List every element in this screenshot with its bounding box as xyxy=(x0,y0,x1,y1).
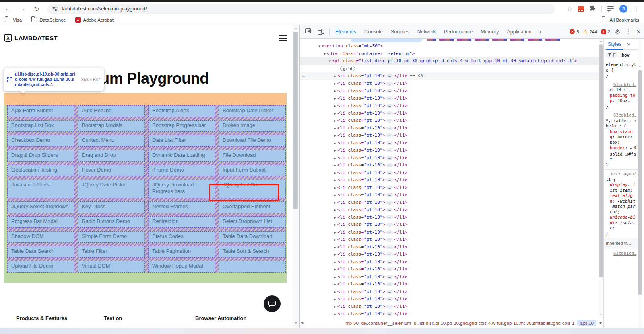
tree-node-li[interactable]: ▶<li class="pt-10">…</li> xyxy=(300,244,599,251)
playground-link[interactable]: Virtual DOM xyxy=(78,261,145,273)
playground-link[interactable]: Radio Buttons Demo xyxy=(78,216,145,228)
grid-badge[interactable]: grid xyxy=(340,66,355,71)
profile-avatar[interactable]: J xyxy=(619,5,627,13)
expand-arrow-icon[interactable]: ▶ xyxy=(334,156,336,160)
breadcrumb-item[interactable]: ul.list-disc.pl-10.pb-30.grid.grid-cols-… xyxy=(414,321,574,326)
expand-arrow-icon[interactable]: ▶ xyxy=(334,253,336,256)
playground-link[interactable]: Ajax Form Submit xyxy=(7,105,74,117)
tree-node-li[interactable]: ▶<li class="pt-10">…</li> xyxy=(300,110,599,117)
playground-link[interactable]: Progress Bar Modal xyxy=(7,216,74,228)
expand-children-icon[interactable]: … xyxy=(386,290,393,294)
expand-arrow-icon[interactable]: ▶ xyxy=(334,89,336,93)
tab-elements[interactable]: Elements xyxy=(331,26,360,38)
expand-arrow-icon[interactable]: ▶ xyxy=(334,178,336,182)
expand-children-icon[interactable]: … xyxy=(386,104,393,108)
expand-children-icon[interactable]: … xyxy=(386,223,393,227)
chat-widget-button[interactable]: ⋯ xyxy=(264,295,281,312)
expand-children-icon[interactable]: … xyxy=(386,133,393,137)
inspect-element-icon[interactable] xyxy=(305,28,312,35)
scroll-down-icon[interactable]: ▼ xyxy=(293,322,299,324)
scroll-up-icon[interactable]: ▲ xyxy=(599,40,603,42)
expand-arrow-icon[interactable]: ▶ xyxy=(334,208,336,212)
expand-arrow-icon[interactable]: ▶ xyxy=(334,246,336,249)
tree-node-li[interactable]: ▶<li class="pt-10">…</li> xyxy=(300,95,599,102)
bookmark-item[interactable]: Visa xyxy=(5,18,22,23)
scroll-up-icon[interactable]: ▲ xyxy=(293,27,299,30)
expand-arrow-icon[interactable]: ▼ xyxy=(329,59,331,63)
css-property[interactable]: box-sizing: border-box; xyxy=(606,129,636,145)
breadcrumb-item[interactable]: mb-50 xyxy=(345,321,359,326)
expand-arrow-icon[interactable]: ▶ xyxy=(334,141,336,145)
tree-node-li[interactable]: ▶<li class="pt-10">…</li> xyxy=(300,125,599,132)
page-scrollbar[interactable]: ▲ ▼ xyxy=(293,25,299,328)
breadcrumb-scroll-left-icon[interactable]: ◀ xyxy=(301,321,303,324)
playground-link[interactable]: Upload File Demo xyxy=(7,261,74,273)
playground-link[interactable]: Context Menu xyxy=(78,135,145,147)
stylesheet-link[interactable]: 63cdb1cd… xyxy=(606,82,636,88)
tree-node-li[interactable]: ▶<li class="pt-10">…</li> xyxy=(300,281,599,288)
tab-sources[interactable]: Sources xyxy=(387,26,413,38)
tab-network[interactable]: Network xyxy=(413,26,440,38)
playground-link[interactable]: Broken Image xyxy=(219,120,286,132)
url-bar[interactable]: lambdatest.com/selenium-playground/ xyxy=(47,4,555,14)
tree-node-li[interactable]: ▶<li class="pt-10">…</li> xyxy=(300,117,599,125)
media-controls-icon[interactable]: ♪ xyxy=(607,6,614,12)
expand-children-icon[interactable]: … xyxy=(386,171,393,175)
playground-link[interactable]: iFrame Demo xyxy=(148,165,215,176)
scroll-up-icon[interactable]: ▲ xyxy=(638,65,642,68)
expand-arrow-icon[interactable]: ▶ xyxy=(334,149,336,152)
expand-children-icon[interactable]: … xyxy=(386,260,393,264)
tree-node-li[interactable]: ▶<li class="pt-10">…</li> xyxy=(300,266,599,273)
expand-arrow-icon[interactable]: ▶ xyxy=(334,134,336,137)
extensions-puzzle-icon[interactable] xyxy=(590,5,596,12)
playground-link[interactable]: Select Dropdown List xyxy=(219,216,286,228)
expand-arrow-icon[interactable]: ▶ xyxy=(334,260,336,264)
breadcrumb-item[interactable]: li.pt-10 xyxy=(577,320,596,326)
tree-node-section[interactable]: ▼<section class="mb-50"> xyxy=(300,43,599,50)
expand-children-icon[interactable]: … xyxy=(386,96,393,100)
expand-arrow-icon[interactable]: ▶ xyxy=(334,283,336,286)
expand-children-icon[interactable]: … xyxy=(386,163,393,167)
tab-application[interactable]: Application xyxy=(503,26,535,38)
tree-node-div[interactable]: ▼<div class="container__selenium"> xyxy=(300,50,599,58)
row-options-icon[interactable]: … xyxy=(302,72,305,80)
back-icon[interactable]: ← xyxy=(5,5,11,12)
expand-children-icon[interactable]: … xyxy=(386,201,393,205)
expand-arrow-icon[interactable]: ▶ xyxy=(334,290,336,294)
expand-children-icon[interactable]: … xyxy=(386,148,393,152)
tree-node-li[interactable]: ▶<li class="pt-10">…</li> xyxy=(300,258,599,266)
playground-link[interactable]: Data List Filter xyxy=(148,135,215,147)
expand-children-icon[interactable]: … xyxy=(386,312,393,316)
expand-children-icon[interactable]: … xyxy=(386,111,393,115)
tree-node-li[interactable]: ▶<li class="pt-10">…</li> xyxy=(300,191,599,199)
tree-node-ul[interactable]: ▼<ul class="list-disc pl-10 pb-30 grid g… xyxy=(300,57,599,65)
expand-arrow-icon[interactable]: ▶ xyxy=(334,164,336,167)
tree-node-li[interactable]: ▶<li class="pt-10">…</li> xyxy=(300,184,599,192)
tab-performance[interactable]: Performance xyxy=(440,26,477,38)
tree-node-li[interactable]: ▶<li class="pt-10">…</li> xyxy=(300,80,599,88)
playground-link[interactable]: JQuery Select dropdown xyxy=(7,201,74,213)
bookmark-star-icon[interactable]: ☆ xyxy=(567,5,572,12)
expand-children-icon[interactable]: … xyxy=(386,126,393,130)
extension-icon[interactable] xyxy=(578,6,584,12)
tree-node-li[interactable]: ▶<li class="pt-10">…</li> xyxy=(300,214,599,221)
expand-children-icon[interactable]: … xyxy=(386,178,393,182)
expand-arrow-icon[interactable]: ▶ xyxy=(334,238,336,242)
playground-link[interactable]: Table Sort & Search xyxy=(219,246,286,258)
expand-children-icon[interactable]: … xyxy=(386,267,393,271)
expand-children-icon[interactable]: … xyxy=(386,238,393,242)
tree-scrollbar-thumb[interactable] xyxy=(599,44,603,277)
playground-link[interactable]: Key Press xyxy=(78,201,145,213)
devtools-close-icon[interactable]: ✕ xyxy=(636,28,641,35)
tree-node-li[interactable]: ▶<li class="pt-10">…</li> xyxy=(300,310,599,318)
tree-node-li[interactable]: ▶<li class="pt-10">…</li> xyxy=(300,154,599,162)
expand-arrow-icon[interactable]: ▶ xyxy=(334,223,336,227)
tree-node-li[interactable]: ▶<li class="pt-10">…</li> xyxy=(300,303,599,311)
expand-children-icon[interactable]: … xyxy=(386,208,393,212)
expand-children-icon[interactable]: … xyxy=(386,305,393,309)
expand-arrow-icon[interactable]: ▶ xyxy=(334,216,336,219)
stylesheet-link[interactable]: user agent xyxy=(606,171,636,177)
playground-link[interactable]: Javascript Alerts xyxy=(7,180,74,198)
breadcrumb-item[interactable]: div.container__selenium xyxy=(361,321,411,326)
expand-arrow-icon[interactable]: ▶ xyxy=(334,97,336,100)
